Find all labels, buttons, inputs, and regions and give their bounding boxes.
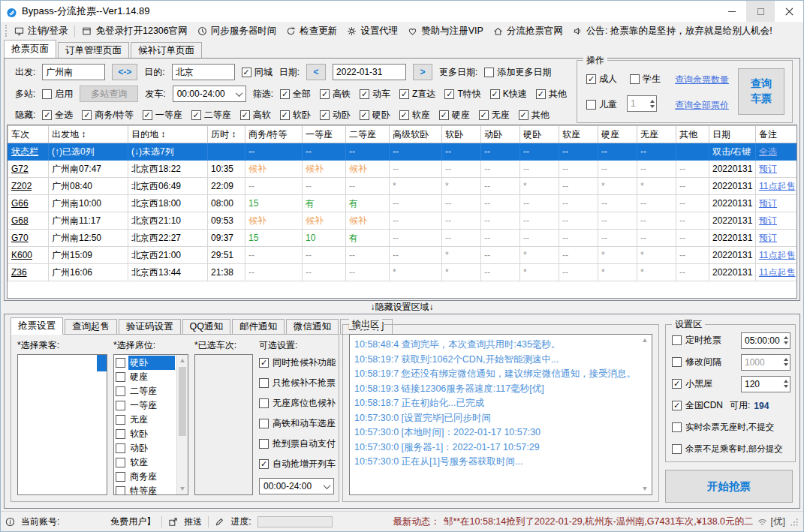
checkbox[interactable]: ✓: [320, 110, 330, 120]
toolbar-item-sponsor-vip[interactable]: 赞助与注册VIP: [408, 25, 483, 38]
checkbox[interactable]: [259, 439, 269, 449]
note-link[interactable]: 预订: [759, 233, 777, 243]
seat-scrollbar[interactable]: [176, 355, 188, 494]
column-header[interactable]: 高级软卧: [390, 126, 442, 143]
child-count-spinner[interactable]: 1: [627, 95, 657, 112]
column-header[interactable]: 目的地 ↕: [128, 126, 208, 143]
note-link[interactable]: 11点起售: [759, 250, 795, 260]
date-prev-button[interactable]: <: [306, 64, 326, 80]
setting-national-cdn[interactable]: ✓全国CDN可用:194: [672, 395, 790, 416]
toolbar-item-logout-login[interactable]: 注销/登录: [14, 25, 68, 38]
train-number-link[interactable]: G68: [11, 215, 29, 226]
tab-waitlist-order-page[interactable]: 候补订单页面: [131, 42, 202, 58]
swap-stations-button[interactable]: <->: [112, 64, 137, 80]
checkbox[interactable]: ✓: [360, 110, 369, 120]
setting-timed-grab[interactable]: 定时抢票05:00:00: [672, 329, 790, 351]
checkbox[interactable]: [116, 443, 125, 453]
checkbox[interactable]: ✓: [42, 110, 52, 120]
filter-option[interactable]: ✓其他: [536, 88, 567, 101]
train-row[interactable]: G66广州南10:00北京西18:0008:0015有有------------…: [8, 195, 798, 212]
start-grab-button[interactable]: 开始抢票: [665, 470, 793, 503]
resize-grip[interactable]: [789, 517, 799, 527]
filter-option[interactable]: ✓K快速: [490, 88, 527, 101]
seat-option[interactable]: 特等座: [115, 484, 176, 495]
depart-input[interactable]: [42, 64, 105, 80]
checkbox[interactable]: [116, 372, 125, 382]
train-row[interactable]: G72广州南07:47北京西18:2210:35候补候补候补----------…: [8, 161, 798, 178]
setting-modify-interval[interactable]: 修改间隔1000: [672, 351, 790, 373]
spinner-arrows[interactable]: [784, 358, 788, 366]
hide-option[interactable]: ✓硬座: [439, 109, 470, 122]
seat-option[interactable]: 动卧: [115, 441, 176, 455]
checkbox[interactable]: [672, 444, 682, 454]
checkbox[interactable]: [116, 415, 125, 425]
output-log[interactable]: 10:58:48:4 查询完毕，本次查询共用时:435毫秒。10:58:19:7…: [349, 334, 652, 495]
push-label[interactable]: 推送: [184, 515, 202, 528]
checkbox[interactable]: ✓: [490, 89, 500, 99]
checkbox[interactable]: ✓: [672, 379, 682, 389]
select-all-link[interactable]: 全选: [759, 146, 777, 157]
train-number-link[interactable]: G66: [11, 198, 29, 209]
checkbox[interactable]: ✓: [143, 110, 152, 120]
checkbox[interactable]: [116, 472, 125, 482]
checkbox[interactable]: [672, 335, 682, 345]
column-header[interactable]: 备注: [756, 126, 798, 143]
tab-qq-notify[interactable]: QQ通知: [182, 319, 230, 335]
hide-option[interactable]: ✓二等座: [191, 109, 231, 122]
spinner-arrows[interactable]: [784, 336, 788, 344]
checkbox[interactable]: [116, 458, 125, 467]
train-row[interactable]: Z202广州08:40北京西06:4922:09------**--*--**-…: [8, 178, 798, 195]
toolbar-item-check-update[interactable]: 检查更新: [286, 25, 337, 38]
scrollbar-thumb[interactable]: [179, 367, 186, 436]
checkbox[interactable]: ✓: [259, 459, 269, 469]
train-number-link[interactable]: K600: [11, 250, 32, 260]
train-number-link[interactable]: Z202: [11, 181, 32, 191]
depart-time-combo[interactable]: 00:00-24:00: [173, 86, 246, 102]
seat-option[interactable]: 软座: [115, 455, 176, 470]
seat-option[interactable]: 硬座: [115, 370, 176, 384]
tab-grab-settings[interactable]: 抢票设置: [11, 317, 63, 335]
checkbox[interactable]: ✓: [259, 358, 269, 368]
booking-option[interactable]: ✓同时抢候补功能: [259, 353, 336, 373]
toolbar-item-official-site[interactable]: 分流抢票官网: [493, 25, 563, 38]
hide-option[interactable]: ✓动卧: [320, 109, 351, 122]
toolbar-item-open-12306[interactable]: 免登录打开12306官网: [82, 25, 187, 38]
booking-option[interactable]: ✓自动抢增开列车: [259, 454, 336, 474]
query-remaining-tickets-link[interactable]: 查询余票数量: [675, 74, 729, 86]
checkbox[interactable]: [630, 74, 640, 84]
column-header[interactable]: 一等座: [303, 126, 346, 143]
same-city-checkbox[interactable]: ✓同城: [242, 66, 273, 79]
seat-list[interactable]: 硬卧硬座二等座一等座无座软卧动卧软座商务座特等座: [113, 354, 188, 495]
checkbox[interactable]: [116, 358, 125, 368]
query-all-prices-link[interactable]: 查询全部票价: [675, 99, 729, 112]
column-header[interactable]: 软卧: [442, 126, 481, 143]
hide-option[interactable]: ✓高软: [240, 109, 271, 122]
checkbox[interactable]: [586, 100, 596, 110]
booking-time-combo[interactable]: 00:00-24:00: [259, 478, 334, 494]
train-row[interactable]: K600广州15:09北京西21:0029:51--------*--*--**…: [8, 247, 798, 264]
checkbox[interactable]: [259, 378, 269, 388]
checkbox[interactable]: ✓: [320, 89, 330, 99]
checkbox[interactable]: ✓: [536, 89, 546, 99]
multi-station-query-button[interactable]: 多站查询: [80, 86, 138, 102]
multi-station-enable-checkbox[interactable]: 启用: [42, 88, 73, 101]
adult-checkbox[interactable]: ✓成人: [586, 73, 617, 86]
setting-partial-submit[interactable]: 余票不足乘客时,部分提交: [672, 438, 790, 460]
checkbox[interactable]: ✓: [360, 89, 369, 99]
toolbar-item-set-proxy[interactable]: 设置代理: [347, 25, 398, 38]
note-link[interactable]: 预订: [759, 198, 777, 209]
seat-option[interactable]: 无座: [115, 413, 176, 427]
column-header[interactable]: 车次: [8, 126, 49, 143]
train-number-link[interactable]: G70: [11, 233, 29, 243]
query-tickets-button[interactable]: 查询车票: [738, 68, 784, 115]
checkbox[interactable]: ✓: [519, 110, 528, 120]
seat-option[interactable]: 硬卧: [115, 356, 176, 370]
add-more-dates-checkbox[interactable]: 添加更多日期: [484, 66, 551, 79]
train-row[interactable]: Z36广州16:06北京西13:4421:38------**--*--**--…: [8, 264, 798, 281]
tab-wechat-notify[interactable]: 微信通知: [286, 319, 339, 335]
checkbox[interactable]: ✓: [242, 68, 251, 77]
dest-input[interactable]: [172, 64, 235, 80]
checkbox[interactable]: [42, 89, 52, 99]
note-link[interactable]: 预订: [759, 215, 777, 226]
checkbox[interactable]: [672, 357, 682, 367]
